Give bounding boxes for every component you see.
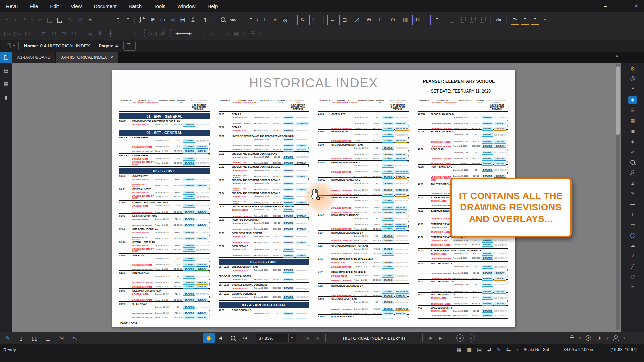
align-right-icon[interactable]: ⊐ xyxy=(60,28,68,38)
calibrate-icon[interactable]: ↻ xyxy=(297,15,308,25)
maximize-button[interactable] xyxy=(613,0,629,12)
overlay-chip[interactable]: OVERLAY xyxy=(494,302,506,306)
overlay-chip[interactable]: OVERLAY xyxy=(196,285,208,289)
copy-icon[interactable] xyxy=(46,15,54,24)
scale-arrow-icon[interactable]: ⟷ xyxy=(174,28,193,38)
prev-dropdown-icon[interactable]: ∨ xyxy=(210,28,215,38)
import-doc-icon[interactable]: ⇲ xyxy=(57,333,66,343)
polygon-tool-icon[interactable]: ⬠ xyxy=(628,273,637,280)
tab-0-1-dashboard[interactable]: 0.1-DASHBOARD xyxy=(12,52,55,63)
save-icon[interactable]: ▣ xyxy=(168,15,177,24)
ungroup-icon[interactable]: ▫ ▫ xyxy=(132,28,141,38)
overlay-chip[interactable]: OVERLAY xyxy=(296,241,307,244)
flatten-icon[interactable]: ⏶ xyxy=(86,15,95,24)
overlay-chip[interactable]: OVERLAY xyxy=(296,175,307,178)
insert-page-before-icon[interactable] xyxy=(112,15,121,24)
area-measure-icon[interactable]: ◻ xyxy=(339,15,350,25)
overlay-chip[interactable]: OVERLAY xyxy=(395,157,407,161)
layers-panel-icon[interactable]: ❖ xyxy=(628,96,637,104)
flip-vertical-icon[interactable]: ⇵ xyxy=(158,28,167,38)
cut-icon[interactable]: ✂ xyxy=(36,15,44,24)
undo-dropdown-icon[interactable]: ∨ xyxy=(13,15,18,24)
prev-markup-icon[interactable]: ← xyxy=(200,28,209,38)
studio-panel-icon[interactable] xyxy=(628,169,637,176)
lock-status-icon[interactable] xyxy=(568,333,576,343)
tab-close-icon[interactable]: ✕ xyxy=(110,55,113,60)
page-thumbnail-dropdown[interactable]: ∨ xyxy=(3,41,19,50)
crop-pages-icon[interactable]: ⌗ xyxy=(261,15,270,24)
align-left-icon[interactable]: ⊏ xyxy=(40,28,48,38)
link-lasso-icon[interactable]: ⊘ xyxy=(281,15,290,24)
3d-cube-icon[interactable]: ◳ xyxy=(209,15,217,24)
search-panel-icon[interactable] xyxy=(628,159,637,166)
spellcheck-icon[interactable]: ABC xyxy=(229,15,237,24)
tab-0-4-historical-index[interactable]: 0.4-HISTORICAL INDEX✕ xyxy=(56,52,118,63)
page-indicator[interactable]: HISTORICAL INDEX - 1 (1 of 4) xyxy=(325,334,423,342)
redo-dropdown-icon[interactable]: ∨ xyxy=(30,15,34,24)
text-tool-icon[interactable]: T xyxy=(628,210,637,218)
distribute-horizontal-icon[interactable]: ⇆ xyxy=(86,28,95,38)
minimize-button[interactable]: – xyxy=(598,0,613,12)
markup-ruler-icon[interactable]: ⊫ xyxy=(309,15,320,25)
overlay-chip[interactable]: OVERLAY xyxy=(196,237,208,240)
vertical-scrollbar[interactable] xyxy=(616,64,620,330)
side-by-side-view-icon[interactable]: ▯▯ xyxy=(30,333,39,343)
markups-list-panel-icon[interactable]: ☰ xyxy=(628,107,637,114)
open-folder-icon[interactable]: ▭ xyxy=(158,15,167,24)
cloud-tool-icon[interactable]: ☁ xyxy=(628,242,637,249)
tab-overflow-chevron[interactable]: ∨ xyxy=(615,54,619,58)
pan-tool-icon[interactable]: ✋ xyxy=(203,333,215,343)
menu-tools[interactable]: Tools xyxy=(148,0,171,12)
single-page-view-icon[interactable]: ▯ xyxy=(17,333,25,343)
overlay-chip[interactable]: OVERLAY xyxy=(296,148,307,152)
account-icon[interactable] xyxy=(611,333,620,343)
brightness-dropdown-icon[interactable]: ∨ xyxy=(607,336,609,340)
snap-to-grid-icon[interactable]: ▩ xyxy=(467,347,472,353)
dynamic-fill-icon[interactable] xyxy=(430,15,441,25)
overlay-chip[interactable]: OVERLAY xyxy=(196,298,208,302)
overlay-chip[interactable]: OVERLAY xyxy=(296,214,307,218)
redo-icon[interactable]: ↷ xyxy=(19,15,28,24)
lock-dropdown-icon[interactable]: ∨ xyxy=(579,336,581,340)
group-icon[interactable]: ▫▫ xyxy=(122,28,131,38)
menu-document[interactable]: Document xyxy=(88,0,122,12)
length-measure-icon[interactable]: ↔ xyxy=(327,15,338,25)
bookmarks-panel-icon[interactable]: ▮ xyxy=(2,93,10,101)
file-access-tab[interactable] xyxy=(0,52,12,63)
scrollbar-thumb[interactable] xyxy=(616,66,620,135)
next-page-button[interactable]: ▶ xyxy=(426,334,436,342)
export-pdf-icon[interactable] xyxy=(199,15,207,24)
sets-binder-icon[interactable]: ▤ xyxy=(178,15,187,24)
next-view-button[interactable]: ▶ xyxy=(466,334,476,342)
select-tool-icon[interactable]: ➤ xyxy=(214,330,228,345)
close-button[interactable]: ✕ xyxy=(629,0,644,12)
overlay-chip[interactable]: OVERLAY xyxy=(196,150,208,154)
overlay-chip[interactable]: OVERLAY xyxy=(296,254,307,258)
align-top-icon[interactable]: ⊓ xyxy=(50,28,58,38)
bring-to-front-icon[interactable] xyxy=(468,15,477,24)
undo-icon[interactable]: ↶ xyxy=(3,15,12,24)
center-move-icon[interactable]: ╋ xyxy=(106,28,115,38)
arrow-tool-icon[interactable]: ↗ xyxy=(628,252,637,259)
comments-panel-icon[interactable]: ❝ xyxy=(628,86,637,93)
table-dropdown-icon[interactable]: ∨ xyxy=(242,28,247,38)
select-text-tool-icon[interactable]: I A xyxy=(239,333,251,343)
spaces-panel-icon[interactable]: ▦ xyxy=(628,117,637,124)
compare-docs-icon[interactable]: ⇄ xyxy=(487,347,491,353)
last-page-button[interactable]: ▶❘ xyxy=(437,334,447,342)
overlay-chip[interactable]: OVERLAY xyxy=(296,318,307,319)
line-style-icon[interactable]: ☰ xyxy=(248,28,257,38)
line-dropdown-icon[interactable]: ∨ xyxy=(258,28,263,38)
menu-batch[interactable]: Batch xyxy=(123,0,148,12)
overlay-chip[interactable]: OVERLAY xyxy=(395,227,407,231)
add-icon[interactable]: ⊕ xyxy=(148,15,157,24)
grid-toggle-icon[interactable]: ▦ xyxy=(457,347,462,353)
file-info-icon[interactable]: i xyxy=(584,333,593,343)
squiggly-icon[interactable]: T xyxy=(531,15,539,25)
flip-horizontal-icon[interactable]: ▷◁ xyxy=(148,28,157,38)
line-tool-icon[interactable]: ╱ xyxy=(628,262,637,270)
overlay-chip[interactable]: OVERLAY xyxy=(395,139,407,143)
overlay-chip[interactable]: OVERLAY xyxy=(196,210,208,214)
select-edit-icon[interactable]: ▷⁄ xyxy=(23,28,32,38)
brightness-icon[interactable]: ☀ xyxy=(595,333,604,343)
